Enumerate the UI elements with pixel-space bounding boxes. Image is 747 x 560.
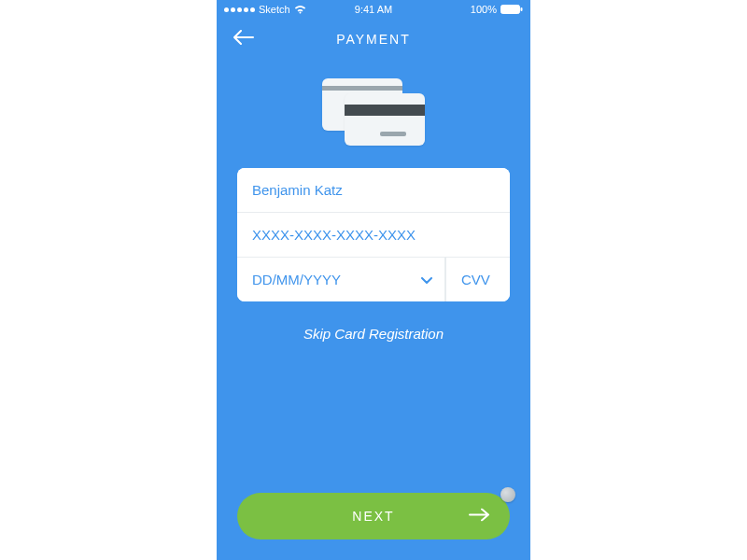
- svg-rect-0: [501, 6, 520, 14]
- card-number-field[interactable]: [237, 213, 510, 257]
- status-bar: Sketch 9:41 AM 100%: [217, 0, 530, 19]
- status-time: 9:41 AM: [355, 4, 392, 15]
- expiry-date-field[interactable]: [237, 258, 445, 301]
- battery-label: 100%: [471, 4, 497, 15]
- payment-screen: Sketch 9:41 AM 100% PAYMENT: [217, 0, 530, 560]
- credit-cards-icon: [322, 78, 425, 146]
- back-button[interactable]: [233, 30, 254, 49]
- arrow-right-icon: [469, 509, 489, 525]
- skip-registration-link[interactable]: Skip Card Registration: [217, 326, 530, 342]
- battery-icon: [500, 5, 523, 14]
- card-form: [237, 168, 510, 301]
- cvv-field[interactable]: [446, 258, 510, 301]
- cardholder-name-field[interactable]: [237, 168, 510, 212]
- next-button[interactable]: NEXT: [237, 493, 510, 539]
- status-left: Sketch: [224, 4, 306, 15]
- status-right: 100%: [471, 4, 523, 15]
- nav-header: PAYMENT: [217, 19, 530, 60]
- carrier-label: Sketch: [259, 4, 290, 15]
- cursor-indicator: [500, 487, 515, 502]
- wifi-icon: [294, 6, 306, 14]
- svg-rect-1: [521, 7, 523, 11]
- signal-dots-icon: [224, 7, 255, 12]
- arrow-left-icon: [233, 30, 254, 45]
- next-button-label: NEXT: [352, 509, 394, 524]
- page-title: PAYMENT: [336, 32, 411, 47]
